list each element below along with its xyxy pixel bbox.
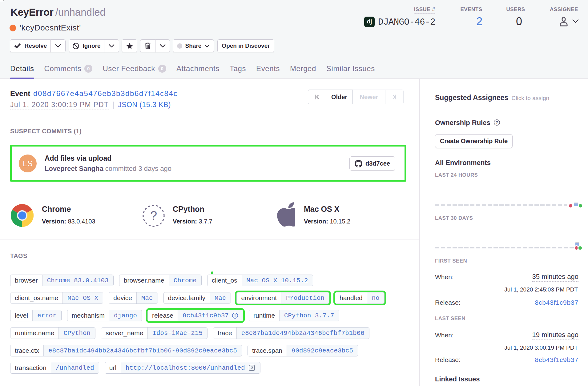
svg-text:?: ?	[496, 120, 498, 125]
svg-text:?: ?	[150, 209, 157, 222]
